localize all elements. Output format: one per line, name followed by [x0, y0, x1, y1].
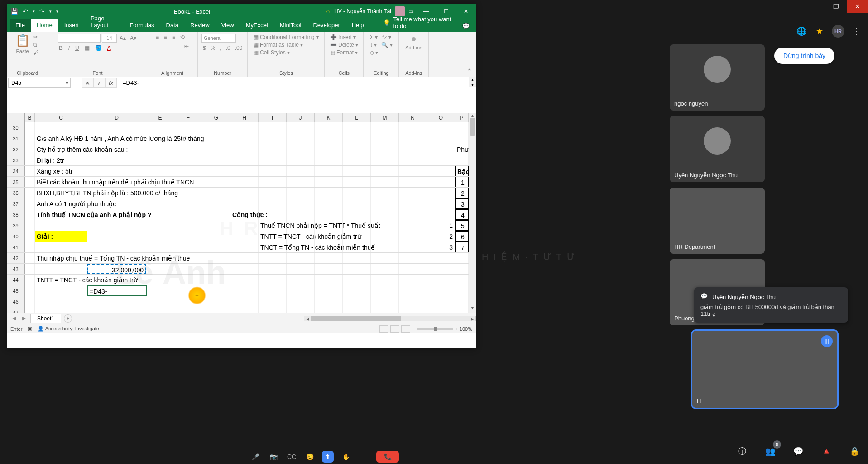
cell-P46[interactable] [455, 296, 469, 307]
number-format-select[interactable]: General [201, 34, 236, 43]
os-maximize-button[interactable]: ❐ [825, 0, 846, 13]
cell-N42[interactable] [399, 253, 427, 263]
cell-L44[interactable] [343, 275, 371, 285]
cell-L46[interactable] [343, 296, 371, 307]
tell-me-search[interactable]: 💡 Tell me what you want to do [379, 14, 456, 32]
row-header-40[interactable]: 40 [7, 231, 25, 242]
align-left-icon[interactable]: ≣ [154, 43, 162, 50]
cell-G31[interactable] [202, 133, 230, 144]
cell-L43[interactable] [343, 264, 371, 274]
more-options-button[interactable]: ⋮ [358, 451, 370, 463]
expand-formula-bar-icon[interactable]: ▴ [469, 77, 476, 82]
hscroll-right-arrow-icon[interactable]: ▶ [469, 316, 475, 321]
cell-H40[interactable] [230, 231, 259, 242]
cell-F34[interactable] [174, 166, 202, 176]
cell-E43[interactable] [146, 264, 174, 274]
cell-K47[interactable] [315, 307, 343, 313]
close-button[interactable]: ✕ [456, 4, 476, 19]
cell-E45[interactable] [146, 285, 174, 296]
row-header-34[interactable]: 34 [7, 166, 25, 176]
cell-C43[interactable] [35, 264, 87, 274]
cell-D39[interactable] [87, 220, 146, 231]
cell-H32[interactable] [230, 144, 259, 155]
paste-button[interactable]: 📋 Paste [15, 34, 30, 54]
cell-B33[interactable] [25, 155, 35, 165]
cell-I46[interactable] [259, 296, 287, 307]
cell-P35[interactable]: 1 [455, 177, 469, 187]
cell-P32[interactable]: Phươ [455, 144, 469, 155]
font-family-select[interactable] [58, 34, 101, 43]
undo-icon[interactable]: ↶ [23, 8, 28, 15]
cell-B38[interactable] [25, 209, 35, 220]
cell-N41[interactable] [399, 242, 427, 252]
row-header-45[interactable]: 45 [7, 285, 25, 296]
cell-H31[interactable] [230, 133, 259, 144]
cell-L42[interactable] [343, 253, 371, 263]
participant-tile[interactable]: H||| [692, 331, 837, 408]
cell-N30[interactable] [399, 122, 427, 133]
cell-D30[interactable] [87, 122, 146, 133]
cell-L32[interactable] [343, 144, 371, 155]
increase-decimal-icon[interactable]: .0 [225, 44, 232, 52]
collapse-ribbon-icon[interactable]: ⌃ [463, 66, 476, 77]
cell-B41[interactable] [25, 242, 35, 252]
cell-F41[interactable] [174, 242, 202, 252]
cell-M36[interactable] [371, 188, 399, 198]
cell-M31[interactable] [371, 133, 399, 144]
cell-G47[interactable] [202, 307, 230, 313]
cell-J40[interactable] [287, 231, 315, 242]
cell-G40[interactable] [202, 231, 230, 242]
addins-button[interactable]: ● Add-ins [405, 34, 422, 50]
zoom-in-icon[interactable]: + [455, 326, 457, 332]
cell-O42[interactable] [427, 253, 455, 263]
more-menu-icon[interactable]: ⋮ [851, 25, 863, 37]
cell-D41[interactable] [87, 242, 146, 252]
cell-M46[interactable] [371, 296, 399, 307]
cell-E39[interactable] [146, 220, 174, 231]
cell-I30[interactable] [259, 122, 287, 133]
column-header-H[interactable]: H [230, 113, 259, 122]
cell-J32[interactable] [287, 144, 315, 155]
cell-E32[interactable] [146, 144, 174, 155]
cell-N34[interactable] [399, 166, 427, 176]
cell-H43[interactable] [230, 264, 259, 274]
cell-E46[interactable] [146, 296, 174, 307]
cell-E47[interactable] [146, 307, 174, 313]
cell-J37[interactable] [287, 198, 315, 209]
cell-L30[interactable] [343, 122, 371, 133]
cell-I42[interactable] [259, 253, 287, 263]
profile-avatar[interactable]: HR [832, 25, 844, 38]
formula-input[interactable]: =D43- [120, 78, 467, 112]
column-header-L[interactable]: L [343, 113, 371, 122]
format-cells-button[interactable]: ▦ Format ▾ [329, 49, 359, 56]
cell-P41[interactable]: 7 [455, 242, 469, 252]
hscroll-left-arrow-icon[interactable]: ◀ [304, 316, 311, 321]
cell-K35[interactable] [315, 177, 343, 187]
column-header-J[interactable]: J [287, 113, 315, 122]
select-all-corner[interactable] [7, 113, 25, 122]
cell-O40[interactable]: 2 [427, 231, 455, 242]
tab-review[interactable]: Review [184, 19, 216, 32]
cell-P31[interactable] [455, 133, 469, 144]
cell-O35[interactable] [427, 177, 455, 187]
cell-O46[interactable] [427, 296, 455, 307]
cell-F47[interactable] [174, 307, 202, 313]
cell-J45[interactable] [287, 285, 315, 296]
people-button[interactable]: 👥6 [761, 442, 779, 460]
cell-H36[interactable] [230, 188, 259, 198]
cell-J36[interactable] [287, 188, 315, 198]
cell-P36[interactable]: 2 [455, 188, 469, 198]
cell-P30[interactable] [455, 122, 469, 133]
cell-F38[interactable] [174, 209, 202, 220]
cell-O33[interactable] [427, 155, 455, 165]
cell-K37[interactable] [315, 198, 343, 209]
cell-H42[interactable] [230, 253, 259, 263]
cell-D47[interactable] [87, 307, 146, 313]
cell-P37[interactable]: 3 [455, 198, 469, 209]
vertical-scrollbar[interactable]: ▲ ▼ [469, 113, 476, 313]
cell-D31[interactable] [87, 133, 146, 144]
cell-H33[interactable] [230, 155, 259, 165]
cell-K39[interactable] [315, 220, 343, 231]
cell-B37[interactable] [25, 198, 35, 209]
cell-E35[interactable] [146, 177, 174, 187]
